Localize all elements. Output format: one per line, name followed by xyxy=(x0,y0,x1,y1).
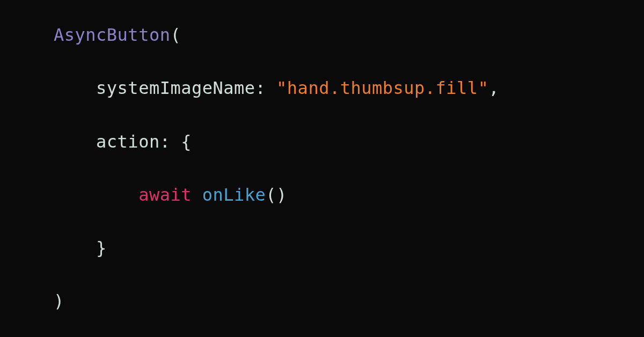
code-line-5: } xyxy=(54,235,499,262)
open-paren: ( xyxy=(170,25,181,45)
space xyxy=(192,185,202,205)
close-paren: ) xyxy=(54,291,64,311)
await-keyword: await xyxy=(138,185,192,205)
type-identifier: AsyncButton xyxy=(54,25,170,45)
indent xyxy=(54,131,96,152)
code-line-6: ) xyxy=(54,288,499,315)
call-parens: () xyxy=(266,185,287,205)
code-line-3: action: { xyxy=(54,129,499,156)
string-literal: "hand.thumbsup.fill" xyxy=(276,78,488,98)
code-line-4: await onLike() xyxy=(54,182,499,209)
code-snippet: AsyncButton( systemImageName: "hand.thum… xyxy=(0,0,499,337)
indent xyxy=(54,78,96,98)
function-call: onLike xyxy=(202,185,266,205)
param-label: systemImageName: xyxy=(96,78,276,98)
indent xyxy=(54,185,138,205)
code-line-1: AsyncButton( xyxy=(54,22,499,49)
param-label: action: { xyxy=(96,131,192,152)
close-brace: } xyxy=(96,238,107,258)
code-line-2: systemImageName: "hand.thumbsup.fill", xyxy=(54,75,499,102)
comma: , xyxy=(488,78,499,98)
indent xyxy=(54,238,96,258)
